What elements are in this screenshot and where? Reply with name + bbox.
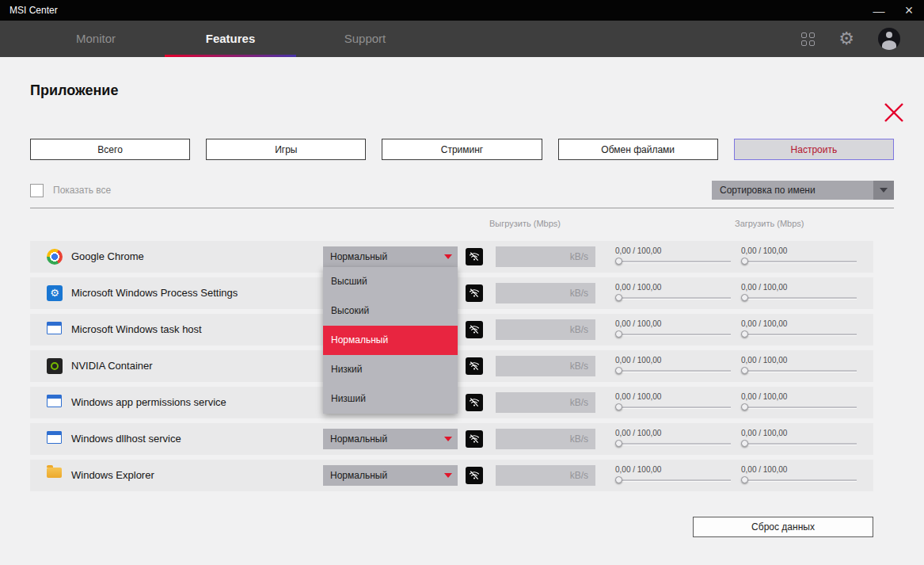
rate-input[interactable]: kB/s bbox=[496, 319, 595, 340]
slider-track[interactable] bbox=[741, 443, 857, 445]
app-name: Microsoft Windows Process Settings bbox=[71, 277, 238, 309]
network-block-button[interactable] bbox=[466, 284, 483, 302]
slider-handle[interactable] bbox=[615, 367, 622, 374]
app-name: Windows dllhost service bbox=[71, 423, 181, 455]
rate-input[interactable]: kB/s bbox=[496, 246, 595, 267]
window-icon bbox=[47, 395, 62, 407]
window-icon bbox=[47, 431, 62, 444]
slider-handle[interactable] bbox=[741, 294, 748, 301]
priority-dropdown[interactable]: Нормальный bbox=[323, 465, 458, 486]
filter-filesharing-button[interactable]: Обмен файлами bbox=[558, 139, 718, 160]
chevron-down-icon[interactable] bbox=[873, 181, 894, 200]
window-controls: — × bbox=[864, 0, 924, 21]
slider-handle[interactable] bbox=[615, 440, 622, 447]
gear-icon[interactable]: ⚙ bbox=[838, 30, 854, 48]
network-block-button[interactable] bbox=[466, 430, 483, 448]
tab-features[interactable]: Features bbox=[163, 21, 298, 57]
slider-track[interactable] bbox=[741, 370, 857, 372]
upload-value: 0,00 / 100,00 bbox=[615, 392, 731, 401]
filter-streaming-button[interactable]: Стриминг bbox=[382, 139, 542, 160]
network-block-button[interactable] bbox=[466, 357, 483, 375]
rate-input[interactable]: kB/s bbox=[496, 283, 595, 303]
slider-track[interactable] bbox=[741, 297, 857, 299]
slider-track[interactable] bbox=[615, 407, 731, 408]
slider-handle[interactable] bbox=[741, 258, 748, 265]
slider-handle[interactable] bbox=[741, 440, 748, 447]
slider-handle[interactable] bbox=[741, 330, 748, 338]
slider-handle[interactable] bbox=[615, 294, 622, 301]
slider-track[interactable] bbox=[741, 261, 857, 262]
upload-slider: 0,00 / 100,00 bbox=[615, 356, 731, 372]
avatar[interactable] bbox=[878, 28, 900, 50]
network-block-button[interactable] bbox=[466, 394, 483, 411]
priority-value: Нормальный bbox=[323, 465, 458, 486]
priority-dropdown[interactable]: Нормальный bbox=[323, 246, 458, 267]
tab-monitor[interactable]: Monitor bbox=[29, 21, 163, 57]
sort-dropdown[interactable]: Сортировка по имени bbox=[712, 181, 894, 200]
wifi-off-icon bbox=[469, 470, 480, 481]
priority-value: Нормальный bbox=[323, 429, 458, 449]
rate-input[interactable]: kB/s bbox=[496, 356, 595, 376]
titlebar: MSI Center — × bbox=[0, 0, 924, 21]
upload-value: 0,00 / 100,00 bbox=[615, 356, 731, 365]
download-value: 0,00 / 100,00 bbox=[741, 283, 857, 292]
tab-support[interactable]: Support bbox=[298, 21, 432, 57]
slider-handle[interactable] bbox=[615, 403, 622, 410]
reset-data-button[interactable]: Сброс данных bbox=[693, 517, 873, 537]
rate-input[interactable]: kB/s bbox=[496, 429, 595, 449]
app-list: Выгрузить (Mbps) Загрузить (Mbps) Google… bbox=[30, 208, 894, 491]
dropdown-option[interactable]: Низкий bbox=[323, 355, 458, 384]
footer: Сброс данных bbox=[30, 517, 894, 537]
rate-input[interactable]: kB/s bbox=[496, 465, 595, 486]
slider-handle[interactable] bbox=[615, 258, 622, 265]
apps-grid-icon[interactable] bbox=[801, 32, 815, 46]
upload-column-header: Выгрузить (Mbps) bbox=[489, 219, 561, 228]
window-icon bbox=[47, 322, 62, 334]
folder-icon bbox=[47, 468, 62, 478]
filter-customize-button[interactable]: Настроить bbox=[734, 139, 894, 160]
upload-value: 0,00 / 100,00 bbox=[615, 429, 731, 437]
slider-handle[interactable] bbox=[741, 367, 748, 374]
table-row: Windows dllhost service Нормальный kB/s … bbox=[30, 423, 873, 455]
slider-handle[interactable] bbox=[615, 476, 622, 483]
network-block-button[interactable] bbox=[466, 248, 483, 265]
close-button[interactable]: × bbox=[894, 0, 924, 21]
download-column-header: Загрузить (Mbps) bbox=[735, 219, 804, 228]
wifi-off-icon bbox=[469, 397, 480, 408]
upload-value: 0,00 / 100,00 bbox=[615, 246, 731, 255]
panel-close-button[interactable] bbox=[883, 101, 905, 126]
slider-track[interactable] bbox=[741, 407, 857, 408]
download-slider: 0,00 / 100,00 bbox=[741, 429, 857, 445]
slider-track[interactable] bbox=[615, 297, 731, 299]
slider-track[interactable] bbox=[741, 334, 857, 335]
filter-all-button[interactable]: Всего bbox=[30, 139, 190, 160]
minimize-button[interactable]: — bbox=[864, 0, 894, 21]
upload-slider: 0,00 / 100,00 bbox=[615, 246, 731, 262]
slider-track[interactable] bbox=[615, 334, 731, 335]
network-block-button[interactable] bbox=[466, 467, 483, 484]
slider-track[interactable] bbox=[615, 370, 731, 372]
dropdown-option[interactable]: Высший bbox=[323, 267, 458, 296]
slider-track[interactable] bbox=[741, 479, 857, 481]
network-block-button[interactable] bbox=[466, 321, 483, 338]
slider-track[interactable] bbox=[615, 261, 731, 262]
table-row: Windows Explorer Нормальный kB/s 0,00 / … bbox=[30, 460, 873, 491]
priority-dropdown-open-list: Высший Высокий Нормальный Низкий Низший bbox=[323, 267, 458, 414]
show-all-checkbox[interactable] bbox=[30, 184, 44, 197]
app-name: Windows Explorer bbox=[71, 460, 154, 491]
slider-track[interactable] bbox=[615, 479, 731, 481]
dropdown-option[interactable]: Низший bbox=[323, 384, 458, 414]
slider-handle[interactable] bbox=[741, 403, 748, 410]
upload-slider: 0,00 / 100,00 bbox=[615, 283, 731, 299]
dropdown-option-selected[interactable]: Нормальный bbox=[323, 326, 458, 355]
priority-dropdown[interactable]: Нормальный bbox=[323, 429, 458, 449]
slider-track[interactable] bbox=[615, 443, 731, 445]
filter-games-button[interactable]: Игры bbox=[206, 139, 366, 160]
window-title: MSI Center bbox=[0, 5, 58, 16]
slider-handle[interactable] bbox=[741, 476, 748, 483]
slider-handle[interactable] bbox=[615, 330, 622, 338]
show-all-label: Показать все bbox=[53, 185, 111, 196]
dropdown-option[interactable]: Высокий bbox=[323, 296, 458, 326]
download-slider: 0,00 / 100,00 bbox=[741, 465, 857, 481]
rate-input[interactable]: kB/s bbox=[496, 392, 595, 413]
